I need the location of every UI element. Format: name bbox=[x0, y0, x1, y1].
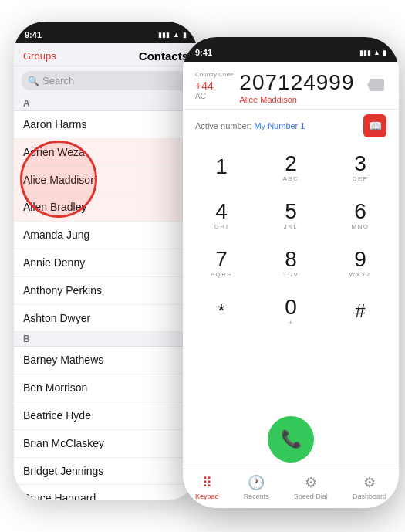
key-4[interactable]: 4 GHI bbox=[195, 193, 248, 238]
nav-keypad-label: Keypad bbox=[195, 493, 219, 500]
key-7-main: 7 bbox=[215, 249, 228, 270]
key-0[interactable]: 0 + bbox=[265, 289, 317, 334]
back-phone-status: ▮▮▮ ▲ ▮ bbox=[158, 31, 187, 39]
front-phone-time: 9:41 bbox=[195, 48, 212, 57]
keypad-row-4: * 0 + # bbox=[195, 289, 386, 334]
contact-beatrice-hyde[interactable]: Beatrice Hyde bbox=[14, 402, 197, 430]
key-6-sub: MNO bbox=[351, 223, 369, 230]
contact-bruce-haggard[interactable]: Bruce Haggard bbox=[14, 485, 197, 500]
groups-label[interactable]: Groups bbox=[23, 50, 56, 62]
contact-anthony-perkins[interactable]: Anthony Perkins bbox=[14, 277, 197, 305]
key-1[interactable]: 1 bbox=[195, 145, 248, 190]
key-2-sub: ABC bbox=[283, 175, 299, 182]
speed-dial-star-icon: ⚙ bbox=[305, 474, 317, 491]
signal-icon: ▮▮▮ bbox=[158, 31, 170, 39]
key-8-main: 8 bbox=[285, 249, 297, 270]
country-code-block[interactable]: Country Code +44 AC bbox=[195, 71, 233, 100]
contact-barney-mathews[interactable]: Barney Mathews bbox=[14, 347, 197, 374]
country-code: +44 bbox=[195, 80, 233, 92]
keypad-grid-icon: ⠿ bbox=[202, 474, 212, 491]
key-8[interactable]: 8 TUV bbox=[265, 241, 317, 286]
nav-recents[interactable]: 🕐 Recents bbox=[244, 474, 269, 500]
nav-recents-label: Recents bbox=[244, 493, 269, 500]
key-3-sub: DEF bbox=[353, 175, 369, 182]
front-wifi-icon: ▲ bbox=[373, 49, 380, 56]
backspace-button[interactable] bbox=[365, 74, 386, 96]
active-number-text: Active number: My Number 1 bbox=[195, 121, 305, 130]
key-3-main: 3 bbox=[354, 153, 366, 175]
contacts-header: Groups Contacts bbox=[14, 43, 197, 66]
key-3[interactable]: 3 DEF bbox=[334, 145, 386, 190]
contacts-quick-button[interactable]: 📖 bbox=[363, 114, 386, 137]
backspace-icon bbox=[367, 79, 384, 91]
front-phone: 9:41 ▮▮▮ ▲ ▮ Country Code +44 AC 2071249… bbox=[183, 37, 399, 508]
call-phone-icon: 📞 bbox=[281, 429, 302, 449]
keypad: 1 2 ABC 3 DEF 4 GHI 5 bbox=[183, 142, 399, 412]
bottom-nav: ⠿ Keypad 🕐 Recents ⚙ Speed Dial ⚙ Dashbo… bbox=[183, 469, 399, 508]
battery-icon: ▮ bbox=[183, 31, 187, 39]
nav-speed-dial[interactable]: ⚙ Speed Dial bbox=[294, 474, 328, 500]
contacts-book-icon: 📖 bbox=[369, 120, 382, 132]
key-hash[interactable]: # bbox=[334, 289, 386, 334]
contact-alice-maddison[interactable]: Alice Maddison bbox=[14, 167, 197, 195]
front-signal-icon: ▮▮▮ bbox=[359, 49, 371, 56]
front-battery-icon: ▮ bbox=[383, 49, 386, 56]
contact-adrien-weza[interactable]: Adrien Weza bbox=[14, 139, 197, 167]
contact-ben-morrison[interactable]: Ben Morrison bbox=[14, 374, 197, 402]
key-9-sub: WXYZ bbox=[349, 271, 371, 278]
key-8-sub: TUV bbox=[283, 271, 299, 278]
search-icon: 🔍 bbox=[28, 76, 39, 86]
call-button-row: 📞 bbox=[183, 412, 399, 469]
key-4-main: 4 bbox=[215, 201, 228, 222]
nav-keypad[interactable]: ⠿ Keypad bbox=[195, 474, 219, 500]
key-5-main: 5 bbox=[285, 201, 297, 222]
call-button[interactable]: 📞 bbox=[268, 416, 314, 463]
key-6[interactable]: 6 MNO bbox=[334, 193, 386, 238]
contact-name-match: Alice Maddison bbox=[239, 95, 297, 104]
key-2-main: 2 bbox=[285, 153, 297, 175]
front-phone-notch: 9:41 ▮▮▮ ▲ ▮ bbox=[183, 37, 399, 62]
active-number-value: My Number 1 bbox=[254, 121, 305, 130]
contact-amanda-jung[interactable]: Amanda Jung bbox=[14, 222, 197, 249]
country-label: Country Code bbox=[195, 71, 233, 78]
back-phone-time: 9:41 bbox=[25, 30, 42, 39]
key-star-main: * bbox=[218, 302, 224, 320]
key-4-sub: GHI bbox=[214, 223, 229, 230]
dialer-body: Country Code +44 AC 207124999 Alice Madd… bbox=[183, 62, 399, 508]
search-placeholder-text: Search bbox=[42, 75, 74, 86]
keypad-row-3: 7 PQRS 8 TUV 9 WXYZ bbox=[195, 241, 386, 286]
keypad-row-2: 4 GHI 5 JKL 6 MNO bbox=[195, 193, 386, 238]
back-phone: 9:41 ▮▮▮ ▲ ▮ Groups Contacts 🔍 Search A … bbox=[14, 22, 197, 500]
contact-aaron-harms[interactable]: Aaron Harms bbox=[14, 111, 197, 139]
keypad-row-1: 1 2 ABC 3 DEF bbox=[195, 145, 386, 190]
key-6-main: 6 bbox=[354, 201, 366, 222]
section-header-b: B bbox=[14, 332, 197, 347]
search-bar-container: 🔍 Search bbox=[14, 66, 197, 97]
back-phone-notch: 9:41 ▮▮▮ ▲ ▮ bbox=[14, 22, 197, 43]
key-5[interactable]: 5 JKL bbox=[265, 193, 317, 238]
recents-clock-icon: 🕐 bbox=[248, 474, 265, 491]
section-header-a: A bbox=[14, 97, 197, 111]
contacts-title: Contacts bbox=[139, 49, 188, 63]
key-hash-main: # bbox=[355, 302, 365, 320]
contact-ashton-dwyer[interactable]: Ashton Dwyer bbox=[14, 305, 197, 333]
key-2[interactable]: 2 ABC bbox=[265, 145, 317, 190]
key-star[interactable]: * bbox=[195, 289, 248, 334]
wifi-icon: ▲ bbox=[173, 31, 180, 39]
number-block: 207124999 Alice Maddison bbox=[239, 71, 359, 104]
contact-brian-mcc[interactable]: Brian McClaskey bbox=[14, 430, 197, 458]
key-7[interactable]: 7 PQRS bbox=[195, 241, 248, 286]
search-input-wrapper[interactable]: 🔍 Search bbox=[22, 71, 190, 90]
active-number-bar: Active number: My Number 1 📖 bbox=[183, 110, 399, 142]
nav-dashboard[interactable]: ⚙ Dashboard bbox=[353, 474, 386, 500]
key-9[interactable]: 9 WXYZ bbox=[334, 241, 386, 286]
key-0-sub: + bbox=[289, 319, 293, 326]
key-7-sub: PQRS bbox=[211, 271, 233, 278]
front-phone-status: ▮▮▮ ▲ ▮ bbox=[359, 49, 386, 56]
nav-speed-dial-label: Speed Dial bbox=[294, 493, 328, 500]
contact-annie-denny[interactable]: Annie Denny bbox=[14, 249, 197, 277]
contact-allen-bradley[interactable]: Allen Bradley bbox=[14, 194, 197, 222]
dialer-input-section: Country Code +44 AC 207124999 Alice Madd… bbox=[183, 62, 399, 110]
contact-bridget-jennings[interactable]: Bridget Jennings bbox=[14, 458, 197, 486]
key-5-sub: JKL bbox=[284, 223, 298, 230]
